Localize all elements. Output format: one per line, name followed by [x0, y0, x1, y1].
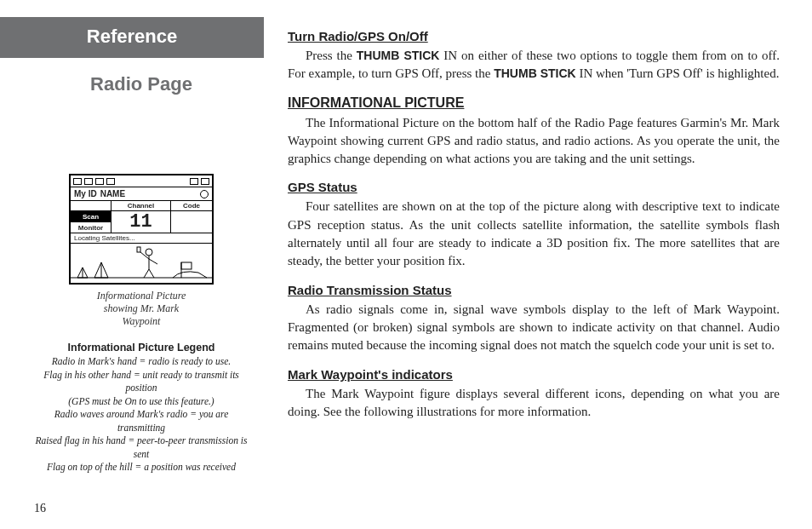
caption-line: Informational Picture: [34, 290, 249, 302]
page-title: Radio Page: [34, 73, 249, 95]
device-header-row: Channel Code: [71, 201, 212, 211]
channel-value: 11: [112, 211, 171, 233]
heading-turn-radio-gps: Turn Radio/GPS On/Off: [288, 29, 780, 43]
caption-line: Waypoint: [34, 315, 249, 328]
legend-line: (GPS must be On to use this feature.): [34, 395, 249, 409]
device-status-text: Locating Satellites...: [71, 233, 212, 244]
heading-gps-status: GPS Status: [288, 180, 780, 194]
left-column: Reference Radio Page My ID NAME: [0, 0, 264, 529]
device-screenshot: My ID NAME Channel Code Scan Monitor 11: [69, 174, 214, 285]
battery-icon: [190, 178, 198, 185]
paragraph-radio: As radio signals come in, signal wave sy…: [288, 301, 780, 355]
paragraph-gps: Four satellites are shown on at the top …: [288, 198, 780, 270]
legend-line: Radio waves around Mark's radio = you ar…: [34, 408, 249, 434]
page-number: 16: [34, 502, 46, 515]
svg-point-3: [146, 249, 152, 256]
sun-icon: [200, 190, 209, 198]
code-header: Code: [171, 201, 212, 210]
svg-line-8: [149, 269, 154, 278]
heading-radio-transmission: Radio Transmission Status: [288, 283, 780, 297]
text: Press the: [306, 49, 357, 62]
paragraph-turn: Press the THUMB STICK IN on either of th…: [288, 47, 780, 83]
device-statusbar: [71, 175, 212, 187]
status-icon: [106, 178, 115, 185]
right-column: Turn Radio/GPS On/Off Press the THUMB ST…: [264, 0, 812, 529]
text: IN when 'Turn GPS Off' is highlighted.: [576, 66, 780, 80]
device-id-row: My ID NAME: [71, 187, 212, 201]
thumbstick-label: THUMB STICK: [357, 49, 440, 62]
manual-page: Reference Radio Page My ID NAME: [0, 0, 812, 529]
id-value: NAME: [100, 189, 125, 198]
svg-rect-9: [137, 247, 140, 252]
figure-caption: Informational Picture showing Mr. Mark W…: [34, 290, 249, 328]
heading-mark-waypoint: Mark Waypoint's indicators: [288, 367, 780, 382]
legend-list: Radio in Mark's hand = radio is ready to…: [34, 355, 249, 474]
status-icon: [95, 178, 104, 185]
heading-informational-picture: INFORMATIONAL PICTURE: [288, 95, 780, 111]
thumbstick-label: THUMB STICK: [494, 66, 575, 80]
legend-line: Flag on top of the hill = a position was…: [34, 461, 249, 474]
reference-banner: Reference: [0, 17, 264, 58]
status-icon: [73, 178, 82, 185]
svg-line-6: [149, 259, 157, 264]
legend-line: Raised flag in his hand = peer-to-peer t…: [34, 434, 249, 461]
legend-line: Flag in his other hand = unit ready to t…: [34, 369, 249, 395]
legend-line: Radio in Mark's hand = radio is ready to…: [34, 355, 249, 369]
svg-line-7: [144, 269, 149, 278]
figure: My ID NAME Channel Code Scan Monitor 11: [34, 174, 249, 328]
status-icon: [84, 178, 93, 185]
signal-icon: [201, 178, 209, 185]
paragraph-mark: The Mark Waypoint figure displays severa…: [288, 385, 780, 422]
monitor-button: Monitor: [71, 222, 111, 233]
id-label: My ID: [74, 189, 97, 198]
device-value-row: Scan Monitor 11: [71, 211, 212, 233]
device-scene: [71, 244, 212, 283]
scan-button: Scan: [71, 211, 111, 222]
paragraph-info: The Informational Picture on the bottom …: [288, 114, 780, 169]
channel-header: Channel: [112, 201, 171, 210]
svg-rect-10: [181, 262, 192, 269]
legend-title: Informational Picture Legend: [34, 342, 249, 354]
caption-line: showing Mr. Mark: [34, 302, 249, 315]
